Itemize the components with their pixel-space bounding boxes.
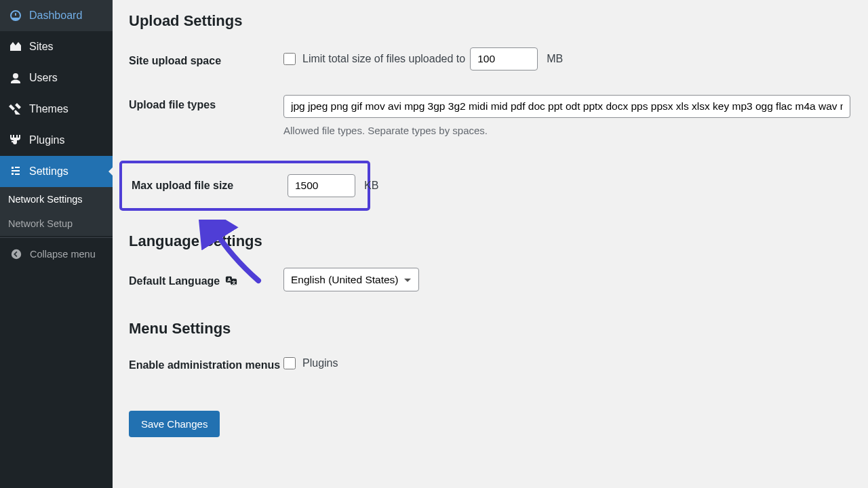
enable-admin-menus-label: Enable administration menus	[129, 355, 283, 371]
translate-icon: A文	[225, 274, 237, 289]
upload-filetypes-row: Upload file types Allowed file types. Se…	[129, 95, 850, 136]
site-upload-space-row: Site upload space Limit total size of fi…	[129, 47, 850, 70]
upload-filetypes-input[interactable]	[283, 95, 850, 118]
collapse-icon	[9, 247, 23, 261]
svg-point-0	[12, 249, 21, 259]
default-language-label: Default Language A文	[129, 270, 283, 289]
enable-plugins-menu-checkbox[interactable]	[283, 357, 296, 369]
svg-text:A: A	[227, 276, 231, 282]
max-upload-size-label: Max upload file size	[127, 180, 288, 192]
sidebar-item-sites[interactable]: Sites	[0, 31, 113, 62]
sidebar-label: Users	[29, 72, 58, 84]
site-upload-space-input[interactable]	[470, 47, 538, 70]
sidebar-label: Dashboard	[29, 9, 82, 22]
sidebar-subitem-network-setup[interactable]: Network Setup	[0, 211, 113, 236]
sidebar-label: Settings	[29, 165, 68, 178]
sidebar-item-users[interactable]: Users	[0, 62, 113, 94]
sidebar-label: Themes	[29, 103, 68, 115]
max-upload-size-input[interactable]	[288, 174, 355, 197]
site-upload-space-label: Site upload space	[129, 51, 283, 67]
language-settings-heading: Language Settings	[129, 232, 850, 250]
upload-filetypes-description: Allowed file types. Separate types by sp…	[283, 125, 850, 136]
sidebar-submenu: Network Settings Network Setup	[0, 187, 113, 236]
sidebar-collapse[interactable]: Collapse menu	[0, 237, 113, 270]
collapse-label: Collapse menu	[30, 249, 96, 260]
admin-sidebar: Dashboard Sites Users Themes Plugins	[0, 0, 113, 488]
sidebar-item-dashboard[interactable]: Dashboard	[0, 0, 113, 31]
menu-settings-heading: Menu Settings	[129, 320, 850, 338]
svg-text:文: 文	[231, 279, 236, 284]
sidebar-label: Plugins	[29, 134, 64, 146]
default-language-row: Default Language A文 English (United Stat…	[129, 268, 850, 291]
max-upload-size-unit: KB	[364, 180, 378, 192]
limit-total-size-checkbox[interactable]	[283, 53, 296, 65]
sidebar-subitem-network-settings[interactable]: Network Settings	[0, 187, 113, 211]
sites-icon	[9, 40, 22, 54]
enable-plugins-menu-label: Plugins	[302, 357, 338, 369]
settings-icon	[9, 165, 22, 178]
default-language-select[interactable]: English (United States)	[283, 268, 419, 291]
upload-filetypes-label: Upload file types	[129, 95, 283, 111]
sidebar-item-plugins[interactable]: Plugins	[0, 125, 113, 156]
themes-icon	[9, 102, 22, 116]
sidebar-label: Sites	[29, 41, 54, 53]
sidebar-item-themes[interactable]: Themes	[0, 94, 113, 125]
save-changes-button[interactable]: Save Changes	[129, 411, 220, 437]
upload-settings-heading: Upload Settings	[129, 12, 850, 30]
limit-total-size-label: Limit total size of files uploaded to	[302, 53, 465, 65]
main-content: Upload Settings Site upload space Limit …	[113, 0, 868, 488]
max-upload-size-highlight: Max upload file size KB	[119, 161, 370, 211]
sidebar-item-settings[interactable]: Settings	[0, 156, 113, 187]
users-icon	[9, 71, 22, 85]
site-upload-space-unit: MB	[547, 53, 563, 65]
dashboard-icon	[9, 9, 22, 22]
plugins-icon	[9, 134, 22, 147]
enable-admin-menus-row: Enable administration menus Plugins	[129, 355, 850, 371]
